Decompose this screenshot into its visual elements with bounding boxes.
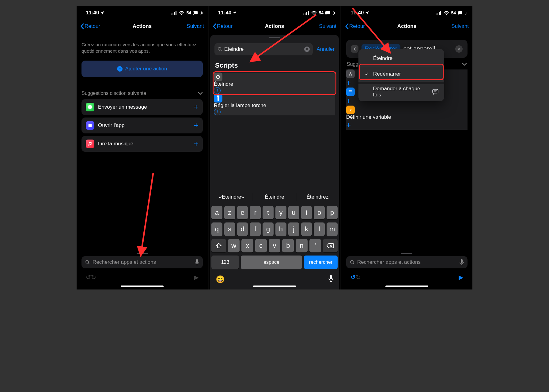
- key[interactable]: t: [263, 206, 274, 219]
- suggestion-row[interactable]: Lire la musique +: [81, 136, 203, 152]
- play-button[interactable]: ▶: [194, 274, 199, 281]
- plus-icon[interactable]: +: [194, 102, 199, 112]
- key[interactable]: z: [224, 206, 235, 219]
- suggestion-row[interactable]: x Définir une variable +: [346, 106, 468, 130]
- screen-3: 11:40 54 Retour Actions Suivant Redémarr…: [341, 6, 472, 289]
- chevron-down-icon: [198, 92, 203, 95]
- chevron-down-icon[interactable]: [462, 63, 467, 66]
- key[interactable]: q: [211, 222, 222, 236]
- search-input[interactable]: [224, 46, 302, 52]
- status-time: 11:40: [350, 10, 364, 16]
- key[interactable]: c: [255, 239, 267, 252]
- prediction[interactable]: Éteindre: [253, 194, 296, 200]
- dropdown-option-ask[interactable]: Demander à chaque fois: [358, 84, 444, 99]
- svg-rect-12: [303, 13, 304, 15]
- key[interactable]: j: [288, 222, 299, 236]
- key[interactable]: v: [269, 239, 280, 252]
- key[interactable]: a: [211, 206, 222, 219]
- search-input-wrap[interactable]: ✕: [214, 43, 313, 55]
- undo-button[interactable]: ↺: [350, 274, 356, 281]
- emoji-key[interactable]: 😄: [216, 275, 225, 284]
- search-key[interactable]: rechercher: [304, 256, 338, 269]
- key[interactable]: n: [296, 239, 307, 252]
- result-row-eteindre[interactable]: Éteindre i: [214, 73, 335, 94]
- nav-back-button[interactable]: Retour: [80, 23, 100, 29]
- sheet-grip[interactable]: [401, 253, 412, 254]
- svg-rect-28: [440, 11, 441, 15]
- key[interactable]: p: [327, 206, 338, 219]
- key[interactable]: ': [309, 239, 321, 252]
- play-button[interactable]: ▶: [459, 274, 463, 281]
- key[interactable]: b: [282, 239, 294, 252]
- cancel-search-button[interactable]: Annuler: [316, 46, 335, 52]
- sheet-grip[interactable]: [269, 37, 280, 38]
- svg-rect-32: [433, 89, 438, 93]
- suggestion-row[interactable]: Ouvrir l'app +: [81, 118, 203, 133]
- flashlight-icon: [214, 94, 222, 103]
- plus-icon[interactable]: +: [194, 139, 199, 148]
- home-indicator[interactable]: [385, 286, 428, 287]
- add-action-button[interactable]: + Ajouter une action: [81, 61, 203, 77]
- key[interactable]: d: [237, 222, 248, 236]
- nav-next-button[interactable]: Suivant: [451, 23, 469, 29]
- home-indicator[interactable]: [121, 286, 164, 287]
- suggestions-header[interactable]: Suggestions d'action suivante: [81, 91, 203, 96]
- key[interactable]: i: [301, 206, 312, 219]
- backspace-key[interactable]: [323, 239, 338, 252]
- search-field[interactable]: Rechercher apps et actions: [346, 256, 468, 268]
- clear-search-button[interactable]: ✕: [304, 47, 310, 52]
- mic-icon[interactable]: [195, 259, 199, 265]
- dropdown-option-redemarrer[interactable]: ✓ Redémarrer: [358, 66, 444, 82]
- key[interactable]: f: [250, 222, 261, 236]
- numeric-key[interactable]: 123: [211, 256, 239, 269]
- key[interactable]: h: [275, 222, 286, 236]
- nav-next-button[interactable]: Suivant: [319, 23, 336, 29]
- redo-button[interactable]: ↻: [356, 274, 361, 281]
- space-key[interactable]: espace: [241, 256, 302, 269]
- svg-rect-29: [349, 90, 352, 91]
- suggestion-list: Envoyer un message + Ouvrir l'app + Lire…: [81, 99, 203, 154]
- plus-icon[interactable]: +: [346, 120, 468, 130]
- key[interactable]: g: [263, 222, 274, 236]
- result-row-torch[interactable]: Régler la lampe torche i: [214, 94, 335, 115]
- remove-action-button[interactable]: ✕: [455, 45, 463, 53]
- variable-icon: x: [346, 106, 355, 114]
- search-field[interactable]: Rechercher apps et actions: [81, 256, 203, 268]
- info-button[interactable]: i: [214, 109, 221, 115]
- nav-back-button[interactable]: Retour: [213, 23, 233, 29]
- mic-icon[interactable]: [460, 259, 464, 265]
- key[interactable]: u: [288, 206, 299, 219]
- undo-button[interactable]: ↺: [86, 274, 91, 281]
- cell-signal-icon: [303, 11, 309, 15]
- nav-back-button[interactable]: Retour: [345, 23, 365, 29]
- dropdown-option-eteindre[interactable]: Éteindre: [358, 51, 444, 66]
- screen-1: 11:40 54 Retour Actions Suivant Créez un…: [77, 6, 208, 289]
- key[interactable]: k: [301, 222, 312, 236]
- info-button[interactable]: i: [214, 87, 221, 94]
- key[interactable]: s: [224, 222, 235, 236]
- nav-next-button[interactable]: Suivant: [187, 23, 204, 29]
- key[interactable]: e: [237, 206, 248, 219]
- kb-row-4: 123 espace rechercher: [211, 256, 338, 269]
- prediction[interactable]: «Eteindre»: [210, 194, 253, 200]
- home-indicator[interactable]: [253, 286, 296, 287]
- key[interactable]: m: [327, 222, 338, 236]
- status-time: 11:40: [218, 10, 231, 16]
- key[interactable]: l: [314, 222, 325, 236]
- collapse-icon[interactable]: [351, 45, 358, 53]
- key[interactable]: y: [275, 206, 286, 219]
- search-icon: [218, 47, 222, 52]
- key[interactable]: x: [241, 239, 253, 252]
- prediction[interactable]: Éteindrez: [296, 194, 339, 200]
- key[interactable]: w: [228, 239, 240, 252]
- key[interactable]: o: [314, 206, 325, 219]
- key[interactable]: r: [250, 206, 261, 219]
- suggestion-row[interactable]: Envoyer un message +: [81, 99, 203, 115]
- sheet-grip[interactable]: [137, 253, 148, 254]
- dictation-key[interactable]: [328, 275, 333, 284]
- wifi-icon: [311, 11, 317, 15]
- redo-button[interactable]: ↻: [91, 274, 96, 281]
- plus-icon[interactable]: +: [194, 121, 199, 130]
- shift-key[interactable]: [211, 239, 226, 252]
- svg-rect-14: [306, 12, 307, 15]
